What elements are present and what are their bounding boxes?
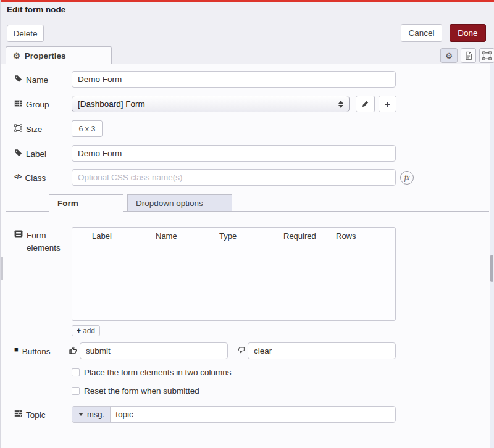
label-input[interactable] — [72, 145, 396, 162]
caret-down-icon — [78, 413, 83, 416]
add-element-button[interactable]: + add — [72, 325, 100, 336]
add-element-label: add — [83, 326, 95, 335]
expression-fx-button[interactable]: fx — [400, 171, 414, 185]
table-icon — [14, 99, 22, 107]
scrollbar-thumb[interactable] — [490, 255, 493, 282]
reset-form-checkbox-row[interactable]: Reset the form when submitted — [72, 386, 199, 396]
tag-icon — [14, 149, 22, 157]
edit-form-node-dialog: Edit form node Delete Cancel Done ⚙ Prop… — [0, 0, 494, 448]
select-arrows-icon — [338, 101, 343, 108]
column-header: Required — [283, 231, 336, 241]
document-icon — [464, 51, 473, 60]
object-group-icon — [14, 124, 22, 132]
cancel-button[interactable]: Cancel — [401, 24, 442, 42]
tab-properties-label: Properties — [25, 51, 66, 60]
tasks-icon — [14, 410, 22, 417]
topic-type-label: msg. — [87, 410, 104, 419]
gear-icon: ⚙ — [13, 52, 20, 60]
name-field-label: Name — [14, 74, 70, 86]
pencil-icon — [361, 100, 369, 108]
column-header: Rows — [336, 231, 379, 241]
dialog-title: Edit form node — [7, 5, 65, 14]
object-group-icon — [482, 51, 492, 60]
class-field-label: </> Class — [14, 172, 70, 185]
tab-properties[interactable]: ⚙ Properties — [6, 46, 112, 64]
topic-type-button[interactable]: msg. — [72, 407, 111, 422]
column-header: Name — [156, 231, 219, 241]
topic-field-label: Topic — [14, 409, 70, 421]
buttons-field-label-text: Buttons — [22, 346, 51, 358]
description-tab-button[interactable] — [461, 48, 476, 63]
form-elements-header: Label Name Type Required Rows — [72, 228, 395, 244]
group-select[interactable]: [Dashboard] Form — [72, 96, 350, 112]
size-field-label: Size — [14, 123, 70, 136]
delete-button[interactable]: Delete — [7, 25, 44, 42]
list-alt-icon — [14, 230, 23, 238]
topic-typed-input: msg. — [72, 406, 396, 423]
group-field-label-text: Group — [26, 99, 49, 111]
group-select-value: [Dashboard] Form — [78, 99, 145, 109]
column-header: Label — [92, 231, 156, 241]
class-input[interactable] — [72, 169, 396, 186]
left-edge-mark — [1, 257, 3, 280]
group-field-label: Group — [14, 99, 70, 111]
square-icon: ■ — [14, 346, 19, 353]
name-field-label-text: Name — [26, 74, 48, 86]
checkbox-icon[interactable] — [72, 368, 80, 376]
column-header: Type — [219, 231, 283, 241]
topic-value-input[interactable] — [111, 407, 395, 422]
submit-button-label-input[interactable] — [80, 342, 228, 359]
two-columns-checkbox-row[interactable]: Place the form elements in two columns — [72, 368, 232, 377]
edit-group-button[interactable] — [356, 96, 375, 112]
code-icon: </> — [14, 173, 21, 182]
form-elements-label-text: Form elements — [27, 230, 62, 254]
size-button[interactable]: 6 x 3 — [72, 120, 103, 137]
form-elements-list[interactable]: Label Name Type Required Rows — [72, 227, 396, 321]
subtab-form[interactable]: Form — [49, 194, 124, 212]
gear-icon: ⚙ — [445, 52, 453, 60]
buttons-field-label: ■ Buttons — [14, 346, 70, 358]
dialog-header: Edit form node — [1, 2, 494, 17]
header-rule — [86, 244, 380, 244]
size-field-label-text: Size — [26, 123, 42, 136]
checkbox-icon[interactable] — [72, 387, 80, 395]
tag-icon — [14, 75, 22, 83]
appearance-tab-button[interactable] — [479, 48, 494, 63]
plus-icon: + — [77, 326, 81, 335]
properties-tab-button[interactable]: ⚙ — [440, 48, 458, 63]
topic-field-label-text: Topic — [26, 409, 46, 421]
class-field-label-text: Class — [25, 172, 46, 185]
add-group-button[interactable]: + — [379, 96, 396, 112]
subtab-dropdown-options[interactable]: Dropdown options — [127, 194, 232, 212]
label-field-label-text: Label — [26, 148, 46, 160]
plus-icon: + — [385, 99, 390, 109]
thumbs-down-icon — [237, 346, 246, 355]
form-elements-label: Form elements — [14, 230, 62, 254]
label-field-label: Label — [14, 148, 70, 160]
thumbs-up-icon — [69, 346, 78, 355]
done-button[interactable]: Done — [450, 24, 486, 42]
clear-button-label-input[interactable] — [248, 342, 396, 359]
two-columns-checkbox-label: Place the form elements in two columns — [84, 368, 232, 377]
name-input[interactable] — [72, 71, 396, 88]
reset-form-checkbox-label: Reset the form when submitted — [84, 386, 199, 396]
